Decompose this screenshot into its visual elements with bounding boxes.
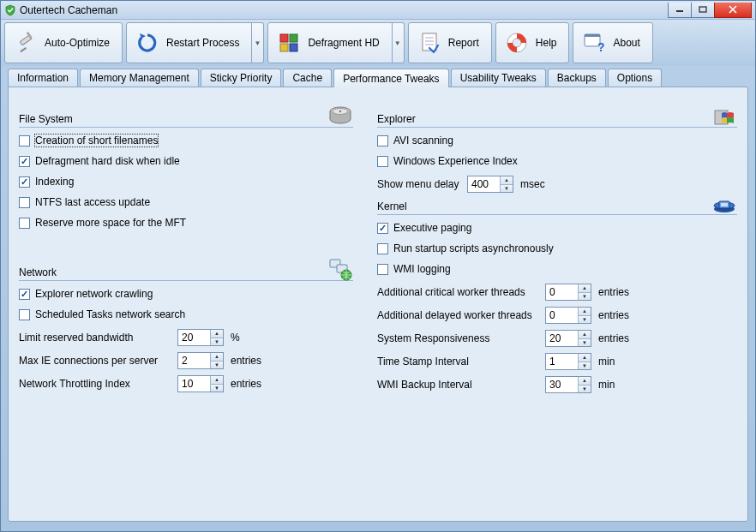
checkbox-reserve-mft[interactable] [19, 218, 30, 229]
report-button[interactable]: Report [408, 22, 492, 63]
input-value[interactable] [178, 353, 210, 368]
tab-panel: File System Creation of short filenames [8, 87, 748, 522]
spin-up-icon[interactable]: ▲ [211, 330, 223, 338]
spin-up-icon[interactable]: ▲ [211, 353, 223, 362]
auto-optimize-button[interactable]: Auto-Optimize [4, 22, 123, 63]
input-value[interactable] [468, 176, 500, 192]
tab-options[interactable]: Options [608, 69, 662, 87]
spin-up-icon[interactable]: ▲ [501, 176, 513, 185]
titlebar: Outertech Cacheman [1, 1, 755, 20]
checkbox-wmi-logging[interactable] [377, 264, 388, 275]
system-responsiveness-input[interactable]: ▲▼ [545, 330, 591, 347]
svg-rect-6 [290, 34, 297, 42]
max-ie-connections-input[interactable]: ▲▼ [177, 352, 224, 369]
spin-down-icon[interactable]: ▼ [579, 362, 591, 370]
spin-down-icon[interactable]: ▼ [211, 385, 223, 392]
checkbox-defragment-idle[interactable] [19, 156, 30, 167]
about-button[interactable]: ? About [573, 22, 652, 63]
spin-down-icon[interactable]: ▼ [211, 338, 223, 346]
restart-process-button[interactable]: Restart Process [126, 22, 252, 63]
time-stamp-interval-input[interactable]: ▲▼ [545, 353, 591, 370]
tab-cache[interactable]: Cache [283, 69, 332, 87]
checkbox-explorer-crawling[interactable] [19, 289, 30, 300]
app-window: Outertech Cacheman Auto-Optimize [0, 0, 756, 532]
close-button[interactable] [714, 3, 752, 18]
input-value[interactable] [546, 377, 578, 392]
tab-information[interactable]: Information [8, 69, 78, 87]
tab-backups[interactable]: Backups [548, 69, 606, 87]
help-button[interactable]: Help [495, 22, 570, 63]
svg-rect-0 [676, 10, 683, 12]
help-label: Help [536, 37, 557, 49]
network-throttling-index-input: ▲▼ [177, 375, 224, 392]
defragment-hd-button[interactable]: Defragment HD [267, 22, 392, 63]
show-menu-delay-input[interactable]: ▲▼ [467, 176, 513, 193]
unit-label: % [231, 332, 240, 344]
left-column: File System Creation of short filenames [19, 96, 353, 399]
restart-process-dropdown[interactable]: ▼ [250, 22, 264, 63]
spin-up-icon[interactable]: ▲ [579, 284, 591, 293]
spin-up-icon[interactable]: ▲ [579, 354, 591, 362]
windows-icon [711, 104, 737, 129]
report-label: Report [448, 37, 479, 49]
group-title: Kernel [377, 200, 407, 212]
spin-down-icon[interactable]: ▼ [211, 362, 223, 369]
group-kernel: Kernel [377, 199, 737, 215]
input-value[interactable] [178, 376, 210, 392]
spin-down-icon[interactable]: ▼ [579, 386, 591, 393]
wmi-backup-interval-input[interactable]: ▲▼ [545, 376, 591, 393]
checkbox-label: AVI scanning [393, 134, 453, 146]
tabstrip: Information Memory Management Sticky Pri… [1, 66, 755, 87]
checkbox-avi-scanning[interactable] [377, 135, 388, 146]
input-value[interactable] [546, 308, 578, 323]
form-label: Time Stamp Interval [377, 356, 545, 368]
checkbox-label: Defragment hard disk when idle [35, 155, 180, 167]
input-value[interactable] [178, 330, 210, 345]
svg-rect-16 [585, 34, 600, 37]
tab-usability-tweaks[interactable]: Usability Tweaks [451, 69, 546, 87]
checkbox-ntfs-last-access[interactable] [19, 197, 30, 208]
checkbox-indexing[interactable] [19, 176, 30, 188]
network-globe-icon [327, 257, 353, 283]
spin-up-icon[interactable]: ▲ [579, 331, 591, 339]
additional-critical-workers-input[interactable]: ▲▼ [545, 284, 591, 301]
checkbox-label: WMI logging [393, 263, 451, 275]
unit-label: entries [598, 332, 629, 344]
checkbox-short-filenames[interactable] [19, 135, 30, 146]
checkbox-label: Scheduled Tasks network search [35, 308, 185, 320]
svg-rect-7 [280, 44, 288, 51]
checkbox-label: Executive paging [393, 222, 471, 234]
limit-reserved-bandwidth-input[interactable]: ▲▼ [177, 329, 224, 346]
defragment-hd-dropdown[interactable]: ▼ [391, 22, 405, 63]
hard-disk-icon [327, 104, 353, 129]
checkbox-label: Explorer network crawling [35, 288, 153, 300]
maximize-button[interactable] [691, 3, 715, 18]
svg-rect-28 [721, 203, 728, 206]
checkbox-scheduled-tasks-search[interactable] [19, 309, 30, 320]
tab-sticky-priority[interactable]: Sticky Priority [201, 69, 282, 87]
input-value[interactable] [546, 331, 578, 346]
svg-rect-5 [280, 34, 288, 42]
tab-memory-management[interactable]: Memory Management [80, 69, 199, 87]
additional-delayed-workers-input[interactable]: ▲▼ [545, 307, 591, 324]
spin-up-icon[interactable]: ▲ [579, 308, 591, 316]
checkbox-executive-paging[interactable] [377, 223, 388, 234]
spin-up-icon[interactable]: ▲ [579, 377, 591, 386]
spin-up-icon[interactable]: ▲ [211, 376, 223, 385]
group-title: Network [19, 266, 57, 278]
spin-down-icon[interactable]: ▼ [501, 185, 513, 193]
unit-label: entries [231, 378, 261, 390]
group-file-system: File System [19, 111, 353, 128]
group-network: Network [19, 265, 353, 281]
group-explorer: Explorer [377, 111, 737, 128]
tab-performance-tweaks[interactable]: Performance Tweaks [333, 69, 449, 87]
minimize-button[interactable] [668, 3, 692, 18]
input-value[interactable] [546, 354, 578, 369]
checkbox-windows-experience-index[interactable] [377, 156, 388, 167]
form-label: Network Throttling Index [19, 378, 177, 390]
checkbox-startup-scripts-async[interactable] [377, 243, 388, 254]
spin-down-icon[interactable]: ▼ [579, 293, 591, 301]
input-value[interactable] [546, 284, 578, 300]
spin-down-icon[interactable]: ▼ [579, 339, 591, 347]
spin-down-icon[interactable]: ▼ [579, 316, 591, 324]
